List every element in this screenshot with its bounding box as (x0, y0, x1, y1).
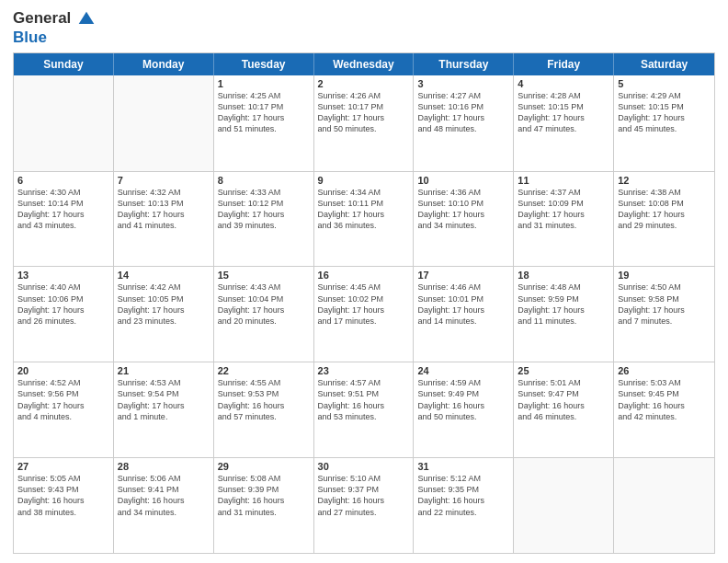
day-number: 11 (518, 175, 609, 186)
week-row-1: 1Sunrise: 4:25 AM Sunset: 10:17 PM Dayli… (14, 75, 714, 171)
day-number: 8 (218, 175, 310, 186)
cell-info: Sunrise: 4:55 AM Sunset: 9:53 PM Dayligh… (218, 377, 310, 422)
day-number: 24 (417, 365, 509, 376)
day-cell-24: 24Sunrise: 4:59 AM Sunset: 9:49 PM Dayli… (414, 362, 514, 457)
day-cell-30: 30Sunrise: 5:10 AM Sunset: 9:37 PM Dayli… (314, 458, 415, 553)
day-cell-11: 11Sunrise: 4:37 AM Sunset: 10:09 PM Dayl… (514, 172, 614, 267)
cell-info: Sunrise: 4:52 AM Sunset: 9:56 PM Dayligh… (17, 377, 109, 422)
day-cell-12: 12Sunrise: 4:38 AM Sunset: 10:08 PM Dayl… (614, 172, 714, 267)
logo-blue: Blue (13, 29, 47, 46)
day-cell-28: 28Sunrise: 5:06 AM Sunset: 9:41 PM Dayli… (114, 458, 214, 553)
cell-info: Sunrise: 4:46 AM Sunset: 10:01 PM Daylig… (417, 282, 509, 327)
day-number: 25 (518, 365, 609, 376)
header-day-thursday: Thursday (414, 53, 514, 75)
day-number: 3 (417, 78, 509, 89)
cell-info: Sunrise: 4:48 AM Sunset: 9:59 PM Dayligh… (518, 282, 609, 327)
day-cell-31: 31Sunrise: 5:12 AM Sunset: 9:35 PM Dayli… (414, 458, 514, 553)
cell-info: Sunrise: 4:32 AM Sunset: 10:13 PM Daylig… (118, 187, 210, 232)
day-cell-27: 27Sunrise: 5:05 AM Sunset: 9:43 PM Dayli… (14, 458, 114, 553)
week-row-4: 20Sunrise: 4:52 AM Sunset: 9:56 PM Dayli… (14, 362, 714, 457)
cell-info: Sunrise: 4:43 AM Sunset: 10:04 PM Daylig… (218, 282, 310, 327)
day-cell-1: 1Sunrise: 4:25 AM Sunset: 10:17 PM Dayli… (214, 75, 314, 171)
day-number: 9 (318, 175, 410, 186)
day-number: 15 (218, 270, 310, 281)
empty-cell (614, 458, 714, 553)
day-cell-9: 9Sunrise: 4:34 AM Sunset: 10:11 PM Dayli… (314, 172, 415, 267)
day-cell-8: 8Sunrise: 4:33 AM Sunset: 10:12 PM Dayli… (214, 172, 314, 267)
logo-general: General (13, 9, 71, 27)
day-cell-6: 6Sunrise: 4:30 AM Sunset: 10:14 PM Dayli… (14, 172, 114, 267)
cell-info: Sunrise: 4:59 AM Sunset: 9:49 PM Dayligh… (417, 377, 509, 422)
cell-info: Sunrise: 4:30 AM Sunset: 10:14 PM Daylig… (17, 187, 109, 232)
day-number: 30 (318, 461, 410, 472)
calendar-header: SundayMondayTuesdayWednesdayThursdayFrid… (14, 53, 714, 75)
cell-info: Sunrise: 4:40 AM Sunset: 10:06 PM Daylig… (17, 282, 109, 327)
empty-cell (114, 75, 214, 171)
day-cell-23: 23Sunrise: 4:57 AM Sunset: 9:51 PM Dayli… (314, 362, 415, 457)
header-day-tuesday: Tuesday (214, 53, 314, 75)
cell-info: Sunrise: 4:28 AM Sunset: 10:15 PM Daylig… (518, 90, 609, 135)
day-cell-15: 15Sunrise: 4:43 AM Sunset: 10:04 PM Dayl… (214, 267, 314, 362)
day-cell-16: 16Sunrise: 4:45 AM Sunset: 10:02 PM Dayl… (314, 267, 415, 362)
day-number: 19 (618, 270, 711, 281)
day-cell-19: 19Sunrise: 4:50 AM Sunset: 9:58 PM Dayli… (614, 267, 714, 362)
day-cell-17: 17Sunrise: 4:46 AM Sunset: 10:01 PM Dayl… (414, 267, 514, 362)
day-number: 10 (417, 175, 509, 186)
header-day-sunday: Sunday (14, 53, 114, 75)
week-row-2: 6Sunrise: 4:30 AM Sunset: 10:14 PM Dayli… (14, 171, 714, 267)
cell-info: Sunrise: 4:26 AM Sunset: 10:17 PM Daylig… (318, 90, 410, 135)
day-cell-20: 20Sunrise: 4:52 AM Sunset: 9:56 PM Dayli… (14, 362, 114, 457)
svg-marker-0 (78, 11, 94, 23)
day-cell-10: 10Sunrise: 4:36 AM Sunset: 10:10 PM Dayl… (414, 172, 514, 267)
header: General Blue (13, 9, 715, 47)
day-number: 5 (618, 78, 711, 89)
cell-info: Sunrise: 4:29 AM Sunset: 10:15 PM Daylig… (618, 90, 711, 135)
cell-info: Sunrise: 5:08 AM Sunset: 9:39 PM Dayligh… (218, 473, 310, 518)
logo: General Blue (13, 9, 96, 47)
day-number: 22 (218, 365, 310, 376)
cell-info: Sunrise: 4:45 AM Sunset: 10:02 PM Daylig… (318, 282, 410, 327)
day-number: 31 (417, 461, 509, 472)
cell-info: Sunrise: 4:53 AM Sunset: 9:54 PM Dayligh… (118, 377, 210, 422)
cell-info: Sunrise: 4:33 AM Sunset: 10:12 PM Daylig… (218, 187, 310, 232)
week-row-5: 27Sunrise: 5:05 AM Sunset: 9:43 PM Dayli… (14, 457, 714, 553)
cell-info: Sunrise: 4:36 AM Sunset: 10:10 PM Daylig… (417, 187, 509, 232)
cell-info: Sunrise: 5:10 AM Sunset: 9:37 PM Dayligh… (318, 473, 410, 518)
day-number: 13 (17, 270, 109, 281)
day-number: 7 (118, 175, 210, 186)
day-cell-21: 21Sunrise: 4:53 AM Sunset: 9:54 PM Dayli… (114, 362, 214, 457)
cell-info: Sunrise: 4:38 AM Sunset: 10:08 PM Daylig… (618, 187, 711, 232)
day-number: 17 (417, 270, 509, 281)
empty-cell (514, 458, 614, 553)
day-number: 20 (17, 365, 109, 376)
cell-info: Sunrise: 5:12 AM Sunset: 9:35 PM Dayligh… (417, 473, 509, 518)
week-row-3: 13Sunrise: 4:40 AM Sunset: 10:06 PM Dayl… (14, 266, 714, 362)
day-number: 4 (518, 78, 609, 89)
day-number: 27 (17, 461, 109, 472)
empty-cell (14, 75, 114, 171)
day-number: 29 (218, 461, 310, 472)
day-number: 14 (118, 270, 210, 281)
cell-info: Sunrise: 5:06 AM Sunset: 9:41 PM Dayligh… (118, 473, 210, 518)
day-cell-3: 3Sunrise: 4:27 AM Sunset: 10:16 PM Dayli… (414, 75, 514, 171)
day-number: 12 (618, 175, 711, 186)
calendar-body: 1Sunrise: 4:25 AM Sunset: 10:17 PM Dayli… (14, 75, 714, 553)
day-cell-29: 29Sunrise: 5:08 AM Sunset: 9:39 PM Dayli… (214, 458, 314, 553)
cell-info: Sunrise: 4:50 AM Sunset: 9:58 PM Dayligh… (618, 282, 711, 327)
cell-info: Sunrise: 5:05 AM Sunset: 9:43 PM Dayligh… (17, 473, 109, 518)
day-number: 21 (118, 365, 210, 376)
cell-info: Sunrise: 4:37 AM Sunset: 10:09 PM Daylig… (518, 187, 609, 232)
day-cell-4: 4Sunrise: 4:28 AM Sunset: 10:15 PM Dayli… (514, 75, 614, 171)
cell-info: Sunrise: 4:42 AM Sunset: 10:05 PM Daylig… (118, 282, 210, 327)
day-cell-13: 13Sunrise: 4:40 AM Sunset: 10:06 PM Dayl… (14, 267, 114, 362)
cell-info: Sunrise: 4:57 AM Sunset: 9:51 PM Dayligh… (318, 377, 410, 422)
cell-info: Sunrise: 4:27 AM Sunset: 10:16 PM Daylig… (417, 90, 509, 135)
day-number: 2 (318, 78, 410, 89)
day-number: 16 (318, 270, 410, 281)
cell-info: Sunrise: 4:25 AM Sunset: 10:17 PM Daylig… (218, 90, 310, 135)
day-cell-26: 26Sunrise: 5:03 AM Sunset: 9:45 PM Dayli… (614, 362, 714, 457)
day-cell-2: 2Sunrise: 4:26 AM Sunset: 10:17 PM Dayli… (314, 75, 415, 171)
header-day-friday: Friday (514, 53, 614, 75)
day-number: 18 (518, 270, 609, 281)
day-number: 1 (218, 78, 310, 89)
